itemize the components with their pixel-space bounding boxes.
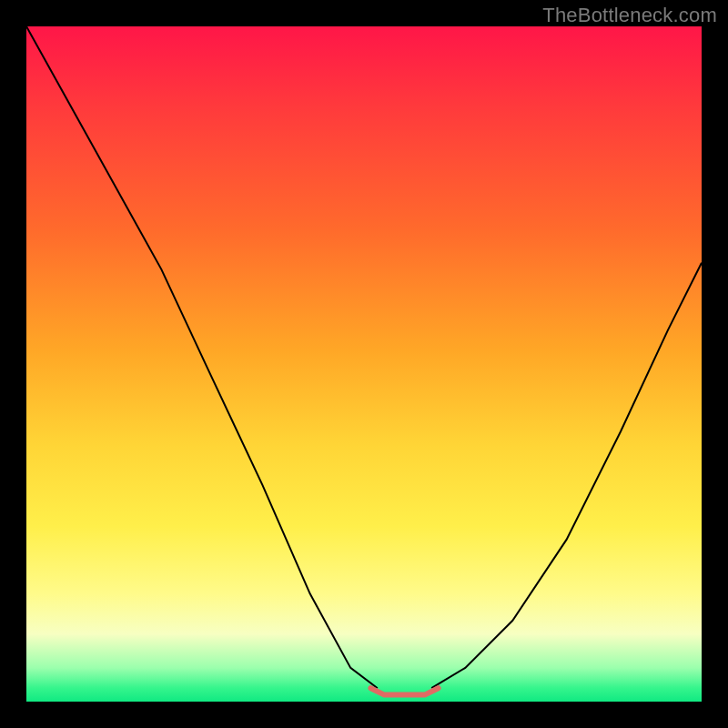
chart-svg [26, 26, 702, 702]
curve-right-branch [431, 263, 702, 689]
watermark-text: TheBottleneck.com [542, 4, 717, 27]
curve-left-branch [26, 26, 378, 688]
curve-floor-segment [370, 688, 438, 694]
plot-area [26, 26, 702, 702]
chart-frame: TheBottleneck.com [0, 0, 728, 728]
